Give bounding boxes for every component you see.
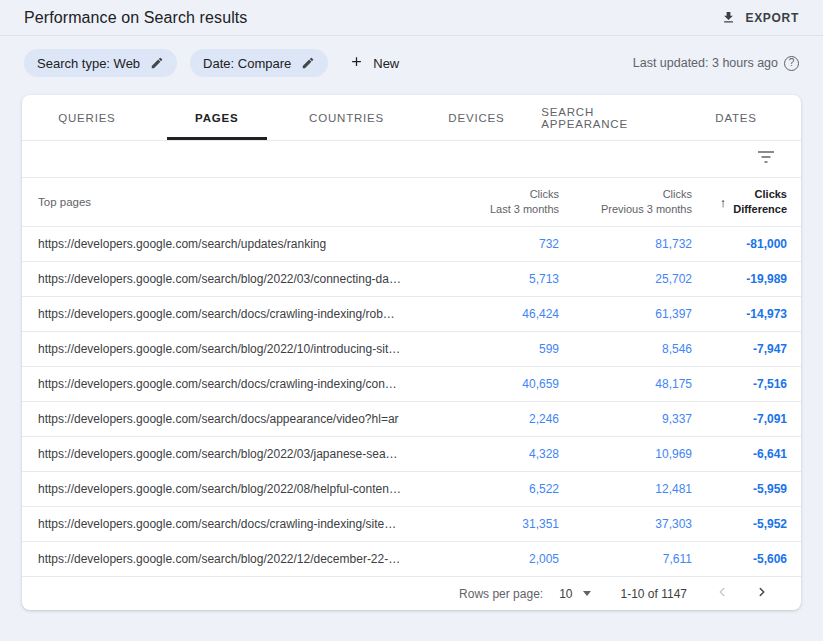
clicks-previous-value: 10,969 — [559, 447, 692, 461]
table-toolbar — [22, 141, 801, 177]
page-url: https://developers.google.com/search/doc… — [38, 412, 413, 426]
table-row[interactable]: https://developers.google.com/search/doc… — [22, 366, 801, 401]
table-row[interactable]: https://developers.google.com/search/blo… — [22, 261, 801, 296]
tab-devices[interactable]: DEVICES — [411, 95, 541, 140]
tab-queries[interactable]: QUERIES — [22, 95, 152, 140]
table-row[interactable]: https://developers.google.com/search/blo… — [22, 331, 801, 366]
clicks-previous-value: 61,397 — [559, 307, 692, 321]
new-filter-label: New — [373, 56, 399, 71]
dimension-tabs: QUERIES PAGES COUNTRIES DEVICES SEARCH A… — [22, 95, 801, 140]
last-updated: Last updated: 3 hours ago ? — [633, 56, 799, 71]
clicks-last-value: 599 — [413, 342, 559, 356]
previous-page-button[interactable] — [713, 583, 731, 604]
table-row[interactable]: https://developers.google.com/search/blo… — [22, 541, 801, 576]
page-url: https://developers.google.com/search/blo… — [38, 482, 413, 496]
column-header-clicks-difference[interactable]: ↑ Clicks Difference — [692, 187, 787, 217]
column-header-clicks-previous[interactable]: Clicks Previous 3 months — [559, 187, 692, 217]
clicks-difference-value: -14,973 — [692, 307, 787, 321]
clicks-last-value: 46,424 — [413, 307, 559, 321]
clicks-last-value: 2,246 — [413, 412, 559, 426]
page-url: https://developers.google.com/search/doc… — [38, 307, 413, 321]
column-header-top-pages: Top pages — [38, 196, 413, 208]
help-icon[interactable]: ? — [784, 56, 799, 71]
clicks-previous-value: 7,611 — [559, 552, 692, 566]
clicks-difference-value: -5,959 — [692, 482, 787, 496]
table-row[interactable]: https://developers.google.com/search/blo… — [22, 436, 801, 471]
table-row[interactable]: https://developers.google.com/search/doc… — [22, 401, 801, 436]
page-url: https://developers.google.com/search/doc… — [38, 377, 413, 391]
filter-chip-search-type[interactable]: Search type: Web — [24, 49, 177, 77]
clicks-previous-value: 81,732 — [559, 237, 692, 251]
rows-per-page-value: 10 — [559, 587, 572, 601]
plus-icon — [349, 54, 364, 72]
table-row[interactable]: https://developers.google.com/search/doc… — [22, 296, 801, 331]
clicks-difference-value: -5,952 — [692, 517, 787, 531]
next-page-button[interactable] — [753, 583, 771, 604]
clicks-last-value: 6,522 — [413, 482, 559, 496]
page-url: https://developers.google.com/search/blo… — [38, 552, 413, 566]
tab-pages[interactable]: PAGES — [152, 95, 282, 140]
clicks-previous-value: 9,337 — [559, 412, 692, 426]
clicks-last-value: 31,351 — [413, 517, 559, 531]
export-button[interactable]: EXPORT — [721, 10, 799, 25]
pencil-icon[interactable] — [150, 56, 164, 70]
download-icon — [721, 10, 736, 25]
table-row[interactable]: https://developers.google.com/search/upd… — [22, 226, 801, 261]
clicks-last-value: 40,659 — [413, 377, 559, 391]
new-filter-button[interactable]: New — [349, 54, 399, 72]
clicks-last-value: 5,713 — [413, 272, 559, 286]
chevron-left-icon — [715, 585, 729, 602]
clicks-difference-value: -7,947 — [692, 342, 787, 356]
clicks-previous-value: 8,546 — [559, 342, 692, 356]
sort-ascending-icon: ↑ — [720, 195, 727, 210]
clicks-difference-value: -7,516 — [692, 377, 787, 391]
page-url: https://developers.google.com/search/upd… — [38, 237, 413, 251]
filter-chip-label: Date: Compare — [203, 56, 291, 71]
page-url: https://developers.google.com/search/blo… — [38, 342, 413, 356]
rows-per-page-label: Rows per page: — [459, 587, 543, 601]
page-url: https://developers.google.com/search/blo… — [38, 272, 413, 286]
clicks-difference-value: -6,641 — [692, 447, 787, 461]
pagination-range: 1-10 of 1147 — [621, 587, 688, 601]
clicks-difference-value: -19,989 — [692, 272, 787, 286]
clicks-previous-value: 37,303 — [559, 517, 692, 531]
chevron-right-icon — [755, 585, 769, 602]
page-url: https://developers.google.com/search/blo… — [38, 447, 413, 461]
filter-bar: Search type: Web Date: Compare New Last … — [0, 36, 823, 90]
tab-search-appearance[interactable]: SEARCH APPEARANCE — [541, 95, 671, 140]
chevron-down-icon — [583, 591, 591, 596]
clicks-difference-value: -81,000 — [692, 237, 787, 251]
filter-chip-date[interactable]: Date: Compare — [190, 49, 328, 77]
clicks-difference-value: -7,091 — [692, 412, 787, 426]
last-updated-text: Last updated: 3 hours ago — [633, 56, 778, 70]
clicks-last-value: 732 — [413, 237, 559, 251]
filter-chip-label: Search type: Web — [37, 56, 140, 71]
clicks-previous-value: 25,702 — [559, 272, 692, 286]
clicks-last-value: 4,328 — [413, 447, 559, 461]
rows-per-page-select[interactable]: 10 — [559, 587, 590, 601]
clicks-previous-value: 48,175 — [559, 377, 692, 391]
column-header-clicks-last[interactable]: Clicks Last 3 months — [413, 187, 559, 217]
tab-countries[interactable]: COUNTRIES — [282, 95, 412, 140]
page-url: https://developers.google.com/search/doc… — [38, 517, 413, 531]
clicks-last-value: 2,005 — [413, 552, 559, 566]
title-bar: Performance on Search results EXPORT — [0, 0, 823, 36]
filter-rows-icon[interactable] — [757, 150, 775, 168]
table-row[interactable]: https://developers.google.com/search/blo… — [22, 471, 801, 506]
clicks-difference-value: -5,606 — [692, 552, 787, 566]
table-row[interactable]: https://developers.google.com/search/doc… — [22, 506, 801, 541]
export-label: EXPORT — [745, 11, 799, 25]
tab-dates[interactable]: DATES — [671, 95, 801, 140]
report-card: QUERIES PAGES COUNTRIES DEVICES SEARCH A… — [22, 95, 801, 610]
clicks-previous-value: 12,481 — [559, 482, 692, 496]
table-pagination: Rows per page: 10 1-10 of 1147 — [22, 576, 801, 610]
table-header-row: Top pages Clicks Last 3 months Clicks Pr… — [22, 178, 801, 226]
pencil-icon[interactable] — [301, 56, 315, 70]
page-title: Performance on Search results — [24, 9, 247, 27]
